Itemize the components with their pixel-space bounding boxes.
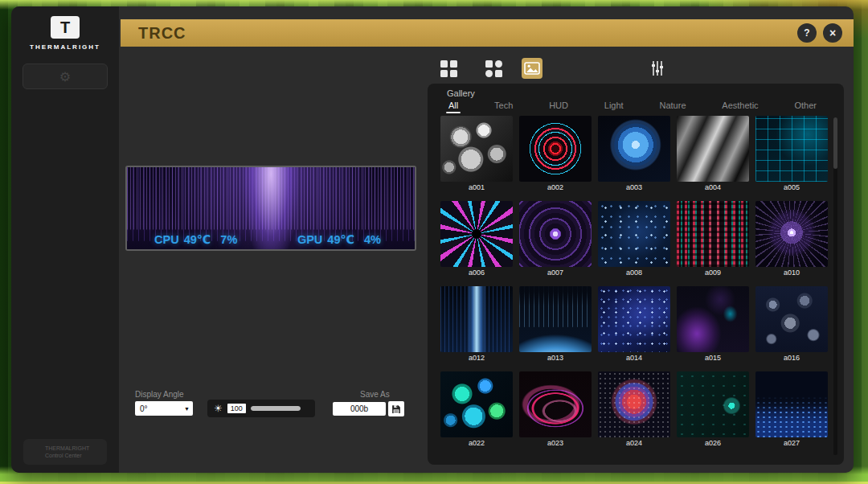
thumbnail-label: a022 bbox=[440, 439, 513, 447]
gallery-scrollbar[interactable] bbox=[833, 117, 837, 455]
gallery-scrollbar-thumb[interactable] bbox=[833, 117, 837, 169]
gallery-tab-hud[interactable]: HUD bbox=[549, 100, 568, 113]
gpu-temp: 49℃ bbox=[327, 233, 354, 246]
thumbnail-a009[interactable]: a009 bbox=[677, 201, 749, 277]
chevron-down-icon: ▼ bbox=[184, 406, 190, 412]
brightness-slider[interactable] bbox=[251, 406, 301, 411]
thumbnail-label: a027 bbox=[755, 439, 828, 447]
cpu-stat: CPU49℃7% bbox=[154, 233, 237, 246]
thumbnail-label: a005 bbox=[755, 183, 828, 191]
thumbnail-a013[interactable]: a013 bbox=[519, 286, 592, 362]
thumbnail-a003[interactable]: a003 bbox=[598, 116, 670, 191]
account-box[interactable]: THERMALRIGHT Control Center bbox=[23, 439, 107, 465]
gallery-tab-aesthetic[interactable]: Aesthetic bbox=[722, 100, 758, 113]
thumbnail-a006[interactable]: a006 bbox=[440, 201, 513, 277]
thumbnail-a024[interactable]: a024 bbox=[598, 371, 670, 447]
gallery-tab-nature[interactable]: Nature bbox=[660, 100, 686, 113]
particles-thumbnail-image bbox=[598, 286, 670, 352]
display-angle-select[interactable]: 0° ▼ bbox=[135, 401, 193, 416]
thumbnail-label: a014 bbox=[598, 354, 670, 362]
thumbnail-a023[interactable]: a023 bbox=[519, 371, 592, 447]
thumbnail-label: a016 bbox=[755, 354, 828, 362]
hud-rings-thumbnail-image bbox=[519, 116, 592, 182]
swirl-thumbnail-image bbox=[519, 371, 592, 437]
close-button[interactable]: × bbox=[823, 23, 842, 43]
thumbnail-a015[interactable]: a015 bbox=[677, 286, 749, 362]
brand-block: T THERMALRIGHT bbox=[11, 16, 119, 51]
thumbnail-label: a008 bbox=[598, 269, 670, 277]
save-as-label: Save As bbox=[360, 390, 404, 399]
thumbnail-a026[interactable]: a026 bbox=[677, 371, 749, 447]
gears-thumbnail-image bbox=[440, 116, 513, 182]
nebula-thumbnail-image bbox=[677, 286, 749, 352]
plexus-thumbnail-image bbox=[598, 201, 670, 267]
thumbnail-a016[interactable]: a016 bbox=[755, 286, 828, 362]
angle-value: 0° bbox=[140, 404, 148, 413]
thumbnail-label: a015 bbox=[677, 354, 749, 362]
display-angle-control: Display Angle 0° ▼ bbox=[135, 390, 193, 416]
gpu-stat: GPU49℃4% bbox=[297, 233, 381, 246]
logo-letter: T bbox=[60, 19, 70, 35]
view-tab-gallery[interactable] bbox=[522, 58, 542, 79]
gallery-tab-other[interactable]: Other bbox=[794, 100, 817, 113]
sidebar: T THERMALRIGHT ⚙ THERMALRIGHT Control Ce… bbox=[11, 6, 119, 473]
window-title: TRCC bbox=[138, 24, 186, 43]
earth-horizon-thumbnail-image bbox=[519, 286, 592, 352]
hex-dots-thumbnail-image bbox=[677, 371, 749, 437]
view-tab-category[interactable] bbox=[483, 58, 504, 79]
view-tabs bbox=[428, 53, 844, 84]
fan-tab-button[interactable]: ⚙ bbox=[23, 64, 108, 89]
earth-thumbnail-image bbox=[598, 116, 670, 182]
grid-icon bbox=[440, 60, 457, 77]
thumbnail-label: a009 bbox=[677, 269, 749, 277]
sliders-icon bbox=[650, 60, 665, 76]
gallery-tab-all[interactable]: All bbox=[448, 100, 458, 113]
trcc-window: T THERMALRIGHT ⚙ THERMALRIGHT Control Ce… bbox=[11, 6, 854, 473]
view-tab-settings[interactable] bbox=[647, 58, 668, 79]
save-name-input[interactable] bbox=[333, 402, 386, 416]
thumbnail-label: a013 bbox=[519, 354, 592, 362]
brightness-slider-fill bbox=[251, 406, 301, 411]
gallery-panel: Gallery AllTechHUDLightNatureAestheticOt… bbox=[428, 84, 844, 465]
right-panel: Gallery AllTechHUDLightNatureAestheticOt… bbox=[428, 53, 844, 465]
gallery-grid: a001a002a003a004a005a006a007a008a009a010… bbox=[440, 116, 828, 447]
thumbnail-a008[interactable]: a008 bbox=[598, 201, 670, 277]
save-as-control: Save As bbox=[333, 390, 404, 416]
preview-stats: CPU49℃7% GPU49℃4% bbox=[127, 233, 415, 246]
thumbnail-a005[interactable]: a005 bbox=[755, 116, 828, 191]
image-icon bbox=[524, 62, 540, 75]
brightness-control: ☀ 100 bbox=[207, 400, 315, 417]
save-button[interactable] bbox=[388, 401, 404, 416]
thumbnail-a022[interactable]: a022 bbox=[440, 371, 513, 447]
thumbnail-a027[interactable]: a027 bbox=[755, 371, 828, 447]
thumbnail-a012[interactable]: a012 bbox=[440, 286, 513, 362]
thumbnail-label: a010 bbox=[755, 269, 828, 277]
gallery-tab-light[interactable]: Light bbox=[604, 100, 624, 113]
thumbnail-a002[interactable]: a002 bbox=[519, 116, 592, 191]
display-angle-label: Display Angle bbox=[135, 390, 193, 399]
thumbnail-label: a002 bbox=[519, 183, 592, 191]
gallery-tab-tech[interactable]: Tech bbox=[494, 100, 513, 113]
thumbnail-label: a004 bbox=[677, 183, 749, 191]
gears-color-thumbnail-image bbox=[440, 371, 513, 437]
circuit-thumbnail-image bbox=[755, 116, 828, 182]
globe-dots-thumbnail-image bbox=[598, 371, 670, 437]
cpu-temp: 49℃ bbox=[184, 233, 211, 246]
view-tab-grid[interactable] bbox=[438, 58, 459, 79]
thumbnail-label: a012 bbox=[440, 354, 513, 362]
thermalright-logo-icon: T bbox=[51, 16, 80, 39]
gallery-filter-tabs: AllTechHUDLightNatureAestheticOther bbox=[448, 100, 817, 113]
thumbnail-a001[interactable]: a001 bbox=[440, 116, 513, 191]
category-icon bbox=[485, 60, 502, 77]
thumbnail-a010[interactable]: a010 bbox=[755, 201, 828, 277]
gallery-title: Gallery bbox=[447, 88, 475, 98]
thumbnail-a014[interactable]: a014 bbox=[598, 286, 670, 362]
gpu-load: 4% bbox=[364, 233, 381, 246]
brightness-value: 100 bbox=[227, 404, 246, 413]
account-subtitle: Control Center bbox=[45, 453, 82, 458]
thumbnail-label: a007 bbox=[519, 269, 592, 277]
thumbnail-a004[interactable]: a004 bbox=[677, 116, 749, 191]
help-button[interactable]: ? bbox=[797, 23, 817, 43]
thumbnail-a007[interactable]: a007 bbox=[519, 201, 592, 277]
thumbnail-label: a023 bbox=[519, 439, 592, 447]
